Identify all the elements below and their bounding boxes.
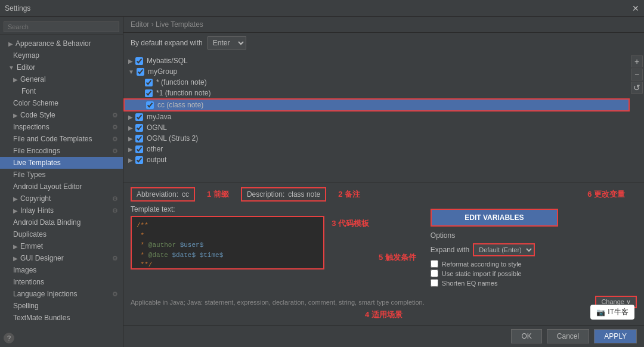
sidebar-item-inspections[interactable]: Inspections ⚙ [0,121,123,133]
annotation-note: 2 备注 [338,189,360,200]
sidebar-item-label: Intentions [13,278,44,286]
sidebar-item-images[interactable]: Images [0,264,123,276]
arrow-icon: ▶ [13,76,18,83]
help-button[interactable]: ? [4,333,14,343]
sidebar-item-general[interactable]: ▶ General [0,73,123,85]
func-note-1-checkbox[interactable] [145,79,153,86]
sidebar-item-duplicates[interactable]: Duplicates [0,228,123,240]
settings-icon: ⚙ [112,147,118,155]
static-import-checkbox-row: Use static import if possible [431,269,558,277]
reformat-label: Reformat according to style [442,261,522,268]
static-import-checkbox[interactable] [431,269,438,277]
tree-item-mygroup[interactable]: ▼ myGroup [123,66,630,77]
cc-checkbox[interactable] [146,101,154,109]
breadcrumb-separator: › [151,20,156,29]
sidebar-item-label: Images [13,266,36,274]
expand-with-select[interactable]: Enter Tab Space [208,36,246,49]
arrow-icon: ▶ [128,58,133,64]
sidebar: ▶ Appearance & Behavior Keymap ▼ Editor … [0,17,123,347]
sidebar-item-keymap[interactable]: Keymap [0,49,123,61]
tree-item-func-note-1[interactable]: * (function note) [123,77,630,88]
arrow-icon: ▶ [128,125,133,131]
edit-variables-button[interactable]: EDIT VARIABLES [431,209,558,227]
mygroup-checkbox[interactable] [137,68,144,76]
sidebar-item-gui-designer[interactable]: ▶ GUI Designer ⚙ [0,252,123,264]
sidebar-item-label: Emmet [20,242,43,250]
watermark-text: IT牛客 [608,307,628,317]
sidebar-item-label: File Types [13,171,45,179]
sidebar-item-font[interactable]: Font [0,85,123,97]
sidebar-item-language-injections[interactable]: Language Injections ⚙ [0,288,123,300]
expand-with-select[interactable]: Default (Enter) Enter Tab Space [473,243,535,256]
options-panel: EDIT VARIABLES Options Expand with Defau… [426,205,563,292]
close-button[interactable]: ✕ [632,4,639,13]
sidebar-item-label: Spelling [13,302,39,310]
search-input[interactable] [4,21,119,32]
sidebar-item-emmet[interactable]: ▶ Emmet [0,240,123,252]
tree-item-myjava[interactable]: ▶ myJava [123,111,630,122]
sidebar-item-label: Color Scheme [13,99,58,107]
cancel-button[interactable]: Cancel [547,329,589,343]
sidebar-item-android-data-binding[interactable]: Android Data Binding [0,216,123,228]
shorten-eq-checkbox[interactable] [431,279,438,287]
reformat-checkbox[interactable] [431,260,438,268]
sidebar-item-file-encodings[interactable]: File Encodings ⚙ [0,145,123,157]
sidebar-item-editor[interactable]: ▼ Editor [0,61,123,73]
sidebar-item-appearance[interactable]: ▶ Appearance & Behavior [0,38,123,49]
sidebar-item-file-types[interactable]: File Types [0,169,123,181]
sidebar-item-label: Appearance & Behavior [16,39,91,48]
sidebar-item-label: Language Injections [13,290,77,298]
settings-icon: ⚙ [112,255,118,262]
sidebar-item-label: File Encodings [13,147,60,155]
tree-item-mybatis[interactable]: ▶ Mybatis/SQL [123,55,630,66]
tree-item-other[interactable]: ▶ other [123,144,630,154]
sidebar-item-label: Font [21,87,36,95]
arrow-icon: ▶ [8,41,13,47]
output-checkbox[interactable] [135,156,143,164]
sidebar-item-file-code-templates[interactable]: File and Code Templates ⚙ [0,133,123,145]
arrow-icon: ▶ [13,196,18,202]
sidebar-item-label: Keymap [13,51,39,60]
myjava-checkbox[interactable] [135,113,143,121]
tree-item-ognl-struts[interactable]: ▶ OGNL (Struts 2) [123,133,630,144]
sidebar-item-inlay-hints[interactable]: ▶ Inlay Hints ⚙ [0,205,123,216]
reset-button[interactable]: ↺ [631,82,643,94]
templates-area: ▶ Mybatis/SQL ▼ myGroup * (function note… [123,53,644,182]
sidebar-item-code-style[interactable]: ▶ Code Style ⚙ [0,109,123,121]
other-checkbox[interactable] [135,145,143,153]
annotation-prefix: 1 前缀 [207,189,229,200]
ok-button[interactable]: OK [511,329,541,343]
title-bar: Settings ✕ [0,0,644,17]
templates-list: ▶ Mybatis/SQL ▼ myGroup * (function note… [123,53,630,182]
arrow-icon: ▼ [128,69,134,75]
code-editor[interactable]: /** * * @author $user$ * @date $date$ $t… [131,216,324,269]
sidebar-item-intentions[interactable]: Intentions [0,276,123,288]
ognl-checkbox[interactable] [135,124,143,132]
sidebar-item-color-scheme[interactable]: Color Scheme [0,97,123,109]
func-note-2-checkbox[interactable] [145,89,153,97]
breadcrumb: Editor › Live Templates [123,17,644,33]
remove-button[interactable]: − [631,69,643,80]
options-title: Options [431,231,558,240]
tree-item-label: * (function note) [156,78,207,86]
sidebar-item-live-templates[interactable]: Live Templates [0,157,123,169]
apply-button[interactable]: APPLY [594,329,637,343]
main-content: Editor › Live Templates By default expan… [123,17,644,347]
mybatis-checkbox[interactable] [135,57,143,65]
tree-item-func-note-2[interactable]: *1 (function note) [123,88,630,98]
tree-item-cc[interactable]: cc (class note) [123,98,630,111]
add-button[interactable]: + [631,55,643,67]
arrow-icon: ▼ [8,64,14,71]
tree-item-ognl[interactable]: ▶ OGNL [123,122,630,133]
sidebar-item-android-layout[interactable]: Android Layout Editor [0,181,123,193]
tree-item-output[interactable]: ▶ output [123,154,630,165]
settings-icon: ⚙ [112,111,118,119]
shorten-eq-label: Shorten EQ names [442,280,498,287]
ognl-struts-checkbox[interactable] [135,135,143,142]
sidebar-item-copyright[interactable]: ▶ Copyright ⚙ [0,193,123,205]
tree-item-label: OGNL (Struts 2) [147,134,198,142]
expand-with-row: Expand with Default (Enter) Enter Tab Sp… [431,243,558,256]
sidebar-item-textmate-bundles[interactable]: TextMate Bundles [0,312,123,324]
arrow-icon: ▶ [13,207,18,214]
sidebar-item-spelling[interactable]: Spelling [0,300,123,312]
